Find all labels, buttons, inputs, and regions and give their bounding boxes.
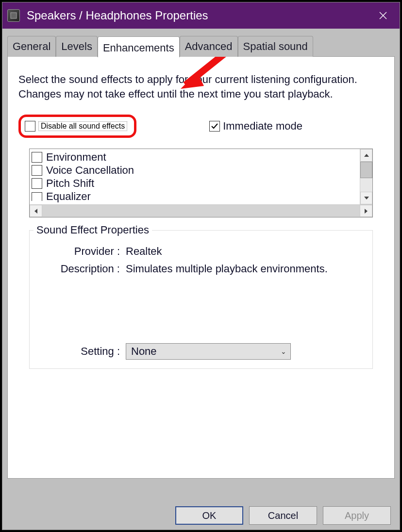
list-item[interactable]: Environment bbox=[32, 151, 358, 164]
vertical-scrollbar[interactable] bbox=[360, 149, 372, 204]
effect-label: Voice Cancellation bbox=[46, 164, 134, 177]
group-legend: Sound Effect Properties bbox=[34, 224, 152, 236]
provider-value: Realtek bbox=[126, 245, 364, 258]
chevron-right-icon bbox=[365, 209, 368, 214]
vertical-scroll-track[interactable] bbox=[360, 162, 372, 192]
disable-all-sound-effects-checkbox[interactable] bbox=[25, 121, 35, 132]
apply-button[interactable]: Apply bbox=[323, 506, 391, 525]
titlebar: Speakers / Headphones Properties bbox=[2, 2, 400, 29]
cancel-button[interactable]: Cancel bbox=[249, 506, 317, 525]
effects-list-items: Environment Voice Cancellation Pitch Shi… bbox=[30, 149, 360, 204]
close-icon bbox=[379, 11, 387, 20]
properties-window: Speakers / Headphones Properties General… bbox=[2, 2, 400, 530]
description-value: Simulates multiple playback environments… bbox=[126, 263, 364, 275]
disable-all-sound-effects-label: Disable all sound effects bbox=[38, 121, 127, 131]
effects-listbox[interactable]: Environment Voice Cancellation Pitch Shi… bbox=[29, 149, 373, 217]
sound-effect-properties-group: Sound Effect Properties Provider : Realt… bbox=[29, 230, 373, 369]
effect-checkbox-pitch-shift[interactable] bbox=[32, 178, 42, 189]
scroll-right-button[interactable] bbox=[360, 205, 372, 217]
tab-advanced[interactable]: Advanced bbox=[180, 36, 238, 57]
effect-checkbox-voice-cancellation[interactable] bbox=[32, 165, 42, 176]
app-icon bbox=[7, 9, 20, 22]
close-button[interactable] bbox=[371, 2, 395, 29]
list-item[interactable]: Voice Cancellation bbox=[32, 164, 358, 177]
scroll-up-button[interactable] bbox=[360, 149, 372, 162]
immediate-mode-label: Immediate mode bbox=[223, 120, 302, 133]
setting-label: Setting : bbox=[38, 345, 126, 358]
effect-label: Equalizer bbox=[46, 190, 91, 203]
annotation-highlight: Disable all sound effects bbox=[18, 115, 136, 138]
description-row: Description : Simulates multiple playbac… bbox=[38, 263, 364, 275]
effect-checkbox-environment[interactable] bbox=[32, 152, 42, 163]
chevron-down-icon: ⌄ bbox=[281, 348, 286, 355]
tab-strip: General Levels Enhancements Advanced Spa… bbox=[7, 35, 395, 56]
checkmark-icon bbox=[211, 122, 218, 130]
setting-row: Setting : None ⌄ bbox=[38, 343, 364, 360]
vertical-scroll-thumb[interactable] bbox=[360, 162, 372, 178]
horizontal-scroll-track[interactable] bbox=[42, 205, 360, 217]
description-label: Description : bbox=[38, 263, 126, 275]
tab-enhancements[interactable]: Enhancements bbox=[98, 36, 180, 57]
client-area: General Levels Enhancements Advanced Spa… bbox=[2, 29, 400, 530]
immediate-mode-wrap: Immediate mode bbox=[209, 120, 302, 133]
window-title: Speakers / Headphones Properties bbox=[27, 9, 365, 22]
ok-button[interactable]: OK bbox=[175, 506, 243, 525]
chevron-down-icon bbox=[364, 197, 369, 200]
horizontal-scrollbar[interactable] bbox=[30, 204, 372, 217]
dialog-buttons: OK Cancel Apply bbox=[175, 506, 391, 525]
chevron-left-icon bbox=[34, 209, 37, 214]
immediate-mode-checkbox[interactable] bbox=[209, 121, 220, 132]
effect-label: Environment bbox=[46, 151, 106, 164]
provider-row: Provider : Realtek bbox=[38, 245, 364, 258]
tab-spatial-sound[interactable]: Spatial sound bbox=[238, 36, 313, 57]
svg-rect-0 bbox=[11, 13, 17, 18]
top-check-row: Disable all sound effects Immediate mode bbox=[18, 115, 384, 138]
list-item[interactable]: Pitch Shift bbox=[32, 177, 358, 190]
effect-checkbox-equalizer[interactable] bbox=[32, 192, 42, 201]
scroll-left-button[interactable] bbox=[30, 205, 42, 217]
effect-label: Pitch Shift bbox=[46, 177, 94, 190]
setting-select[interactable]: None ⌄ bbox=[126, 343, 291, 360]
setting-value: None bbox=[131, 345, 157, 358]
scroll-down-button[interactable] bbox=[360, 192, 372, 204]
intro-text: Select the sound effects to apply for yo… bbox=[18, 72, 358, 101]
provider-label: Provider : bbox=[38, 245, 126, 258]
chevron-up-icon bbox=[364, 154, 369, 157]
tab-levels[interactable]: Levels bbox=[56, 36, 98, 57]
enhancements-panel: Select the sound effects to apply for yo… bbox=[7, 56, 395, 479]
tab-general[interactable]: General bbox=[7, 36, 56, 57]
list-item[interactable]: Equalizer bbox=[32, 190, 358, 203]
